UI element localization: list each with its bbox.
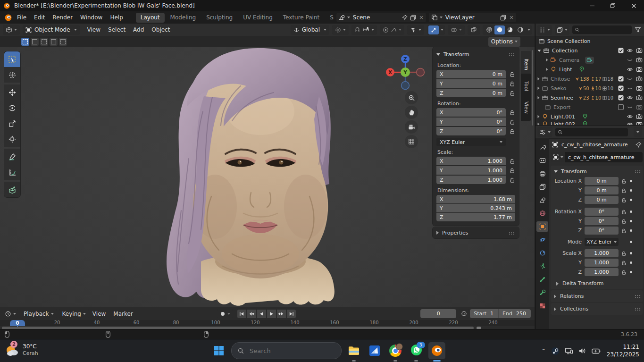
- unlink-scene-icon[interactable]: ✕: [417, 15, 426, 21]
- lock-icon[interactable]: [621, 269, 627, 275]
- eye-closed-icon[interactable]: [627, 85, 633, 92]
- location-z-field[interactable]: Z0 m: [436, 89, 506, 97]
- scale-y-field[interactable]: Y1.000: [436, 166, 506, 175]
- lock-icon[interactable]: [621, 209, 627, 215]
- lock-icon[interactable]: [621, 251, 627, 256]
- outliner-row-collection[interactable]: Collection: [535, 46, 644, 55]
- expand-icon[interactable]: [538, 50, 541, 51]
- xray-toggle[interactable]: [468, 25, 480, 35]
- menu-file[interactable]: File: [13, 12, 30, 24]
- zoom-button[interactable]: [405, 91, 418, 104]
- options-dropdown[interactable]: Options: [488, 37, 520, 47]
- properties-options-dropdown[interactable]: [634, 127, 642, 137]
- remove-viewlayer-icon[interactable]: ✕: [507, 15, 516, 21]
- animate-dot-icon[interactable]: [630, 252, 632, 254]
- tab-scene-properties[interactable]: [536, 195, 548, 205]
- expand-icon[interactable]: [538, 77, 540, 80]
- rotation-y-field[interactable]: Y0°: [436, 118, 506, 126]
- jump-to-end-button[interactable]: [287, 310, 296, 318]
- tab-bone-constraint-properties[interactable]: [536, 287, 548, 298]
- editor-type-button[interactable]: [3, 25, 20, 35]
- outliner-row-export[interactable]: Export: [535, 102, 644, 112]
- lock-icon[interactable]: [510, 109, 515, 116]
- properties-editor-type-button[interactable]: [537, 127, 552, 137]
- tab-sculpting[interactable]: Sculpting: [201, 13, 237, 23]
- location-y-field[interactable]: Y0 m: [436, 79, 506, 88]
- camera-render-icon[interactable]: [636, 66, 643, 73]
- viewlayer-selector[interactable]: ViewLayer ✕: [429, 13, 516, 22]
- eye-closed-icon[interactable]: [627, 57, 633, 63]
- playhead[interactable]: 0: [10, 320, 25, 326]
- lock-icon[interactable]: [621, 228, 627, 234]
- lock-icon[interactable]: [621, 219, 627, 224]
- npanel-scrollbar[interactable]: [532, 50, 533, 126]
- expand-icon[interactable]: [538, 115, 540, 118]
- play-button[interactable]: [267, 310, 276, 318]
- timeline-editor-type-button[interactable]: [3, 309, 18, 319]
- shading-material-button[interactable]: [505, 25, 515, 34]
- transform-orientation-dropdown[interactable]: Global: [291, 25, 329, 35]
- outliner-row-scene-collection[interactable]: Scene Collection: [535, 36, 644, 46]
- light-data-icon[interactable]: [582, 113, 588, 120]
- restore-button[interactable]: [602, 0, 623, 11]
- eye-open-icon[interactable]: [627, 94, 633, 101]
- viewport-canvas[interactable]: Z X Y Transform Location: X0 m Y0 m: [0, 47, 535, 307]
- lock-icon[interactable]: [510, 128, 515, 135]
- close-button[interactable]: [623, 0, 644, 11]
- camera-view-button[interactable]: [405, 120, 418, 134]
- tab-texture-properties[interactable]: [536, 301, 548, 311]
- object-id-dropdown[interactable]: [551, 152, 565, 162]
- tool-select-box[interactable]: [4, 51, 20, 67]
- outliner-search-input[interactable]: [580, 26, 630, 34]
- menu-render[interactable]: Render: [49, 12, 76, 24]
- tool-cursor[interactable]: [4, 67, 20, 83]
- location-x-field[interactable]: X0 m: [436, 70, 506, 78]
- tool-move[interactable]: [4, 84, 20, 100]
- delta-transform-panel[interactable]: Delta Transform: [552, 278, 641, 288]
- lock-icon[interactable]: [510, 177, 515, 183]
- collections-panel[interactable]: Collections: [551, 303, 643, 315]
- transform-panel-header[interactable]: Transform: [552, 167, 641, 177]
- playback-menu[interactable]: Playback: [21, 309, 57, 319]
- tray-chevron-icon[interactable]: ⌃: [542, 348, 546, 354]
- lock-icon[interactable]: [510, 119, 515, 125]
- tool-scale[interactable]: [4, 116, 20, 131]
- tool-measure[interactable]: [4, 164, 20, 180]
- tab-shading[interactable]: Shading: [325, 13, 334, 23]
- auto-keying-toggle[interactable]: [217, 309, 233, 319]
- timeline-menu-marker[interactable]: Marker: [109, 311, 136, 317]
- tab-physics-properties[interactable]: [536, 235, 548, 245]
- start-frame-field[interactable]: 1: [490, 311, 498, 317]
- scanner-app-button[interactable]: [366, 342, 383, 359]
- funnel-filter-icon[interactable]: [635, 26, 641, 33]
- minimize-button[interactable]: [582, 0, 602, 11]
- tab-modeling[interactable]: Modeling: [166, 13, 201, 23]
- outliner-row-chitose[interactable]: Chitose 138 17 18: [535, 74, 644, 84]
- lock-icon[interactable]: [621, 197, 627, 203]
- transform-panel-header[interactable]: Transform: [436, 49, 515, 59]
- end-frame-field[interactable]: 250: [516, 311, 531, 317]
- volume-tray-icon[interactable]: [578, 347, 586, 354]
- lock-icon[interactable]: [510, 168, 515, 174]
- keying-menu[interactable]: Keying: [59, 309, 89, 319]
- expand-icon[interactable]: [546, 59, 548, 61]
- menu-edit[interactable]: Edit: [30, 12, 49, 24]
- tool-transform[interactable]: [4, 131, 20, 147]
- camera-render-icon[interactable]: [636, 76, 643, 82]
- weather-widget[interactable]: 2 30°C Cerah: [4, 342, 38, 358]
- camera-data-icon[interactable]: [585, 57, 594, 64]
- pivot-point-dropdown[interactable]: [332, 25, 349, 35]
- camera-render-icon[interactable]: [636, 94, 643, 101]
- panel-grip-icon[interactable]: [509, 53, 515, 56]
- outliner-filter-dropdown[interactable]: [555, 25, 569, 35]
- shading-rendered-button[interactable]: [515, 25, 526, 34]
- outliner-row-camera[interactable]: Camera: [535, 55, 644, 65]
- dimensions-z-field[interactable]: Z1.77 m: [436, 213, 515, 221]
- pan-button[interactable]: [405, 106, 418, 119]
- tab-object-properties[interactable]: [536, 221, 548, 232]
- viewport-menu-add[interactable]: Add: [129, 26, 148, 33]
- lock-icon[interactable]: [621, 178, 627, 184]
- outliner-row-seonhee[interactable]: Seonhee 23 10 10: [535, 93, 644, 102]
- timeline-ruler[interactable]: 20 40 60 80 100 120 140 160 180 200 220 …: [0, 320, 535, 326]
- tab-viewlayer-properties[interactable]: [536, 182, 548, 192]
